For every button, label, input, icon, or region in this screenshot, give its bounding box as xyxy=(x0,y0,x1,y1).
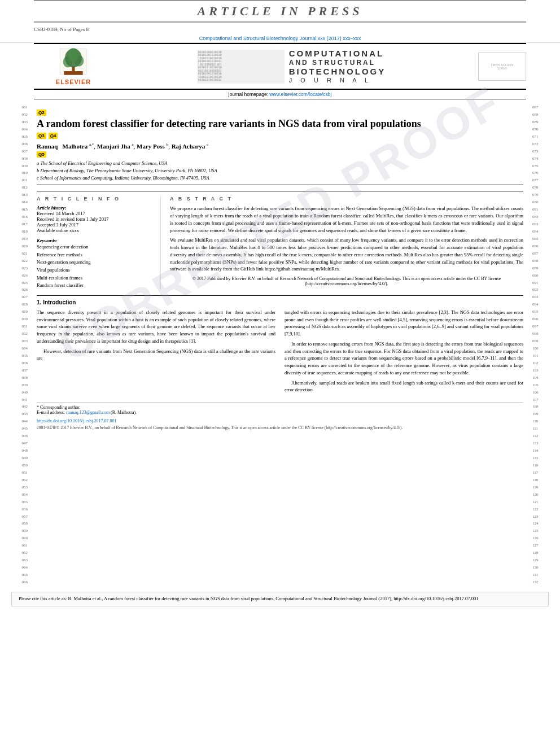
email-label: E-mail address: xyxy=(37,410,65,415)
author4: Raj Acharya xyxy=(172,143,205,150)
keyword-6: Random forest classifier xyxy=(37,282,154,290)
intro-para-1-2: However, detection of rare variants from… xyxy=(37,348,275,362)
copyright-footer: 2001-0370/© 2017 Elsevier B.V., on behal… xyxy=(37,425,523,431)
keyword-3: Next-generation sequencing xyxy=(37,259,154,267)
authors-line: Raunaq Malhotra a,*, Manjari Jha a, Mary… xyxy=(37,142,523,150)
journal-name-block: COMPUTATIONAL AND STRUCTURAL BIOTECHNOLO… xyxy=(289,49,386,85)
intro-body-col2: tangled with errors in sequencing techno… xyxy=(285,309,523,394)
author1-sup: a,* xyxy=(89,142,94,147)
abstract-text: We propose a random forest classifier fo… xyxy=(170,205,523,273)
journal-meta-line: Computational and Structural Biotechnolo… xyxy=(0,34,560,43)
journal-title-center: 0100100001001000101001010010110010100100… xyxy=(113,47,470,85)
journal-header: ELSEVIER 0100100001001000101001010010110… xyxy=(34,43,526,90)
journal-name-line3: BIOTECHNOLOGY xyxy=(289,67,386,77)
author3: Mary Poss xyxy=(137,143,165,150)
citation-box: Please cite this article as: R. Malhotra… xyxy=(11,592,549,606)
journal-name-big: COMPUTATIONAL AND STRUCTURAL BIOTECHNOLO… xyxy=(289,49,386,85)
affiliation-a: a The School of Electrical Engineering a… xyxy=(37,160,523,167)
intro-section-label: Introduction xyxy=(43,299,76,305)
svg-rect-6 xyxy=(64,71,82,75)
intro-para-2-1: tangled with errors in sequencing techno… xyxy=(285,309,523,338)
article-history-label: Article history: xyxy=(37,205,154,211)
homepage-label: journal homepage: xyxy=(229,91,268,97)
keyword-1: Sequencing error detection xyxy=(37,243,154,251)
author2-sup: a xyxy=(132,142,134,147)
article-info-abstract: A R T I C L E I N F O Article history: R… xyxy=(37,191,523,290)
homepage-bar: journal homepage: www.elsevier.com/locat… xyxy=(34,90,526,99)
footnote-area: * Corresponding author. E-mail address: … xyxy=(37,402,523,431)
article-info-col: A R T I C L E I N F O Article history: R… xyxy=(37,196,161,290)
intro-para-1-1: The sequence diversity present in a popu… xyxy=(37,309,275,345)
abstract-col: A B S T R A C T We propose a random fore… xyxy=(170,196,523,290)
doc-id: CSBJ-0189; No of Pages 8 xyxy=(0,24,560,34)
intro-col-2: tangled with errors in sequencing techno… xyxy=(285,309,523,396)
line-numbers-left: 001002 003004 005006 007008 009010 01101… xyxy=(0,99,31,586)
abstract-para-1: We propose a random forest classifier fo… xyxy=(170,205,523,234)
secondary-logo: OPEN ACCESSLOGO xyxy=(470,47,526,85)
q-marker-2: Q2 xyxy=(37,110,46,116)
received-revised-date: Received in revised form 1 July 2017 xyxy=(37,216,154,222)
email-line: E-mail address: raunaq.123@gmail.com (R.… xyxy=(37,410,523,415)
q-marker-4: Q4 xyxy=(49,133,58,139)
accepted-date: Accepted 3 July 2017 xyxy=(37,222,154,228)
abstract-para-2: We evaluate MultiRes on simulated and re… xyxy=(170,237,523,273)
line-numbers-right: 067068 069070 071072 073074 075076 07707… xyxy=(529,99,560,586)
intro-para-2-2: In order to remove sequencing errors fro… xyxy=(285,340,523,377)
elsevier-tree-icon xyxy=(59,47,88,78)
intro-body-col1: The sequence diversity present in a popu… xyxy=(37,309,275,362)
keyword-4: Viral populations xyxy=(37,267,154,274)
q-marker-5: Q5 xyxy=(37,151,46,158)
intro-two-col: The sequence diversity present in a popu… xyxy=(37,309,523,396)
elsevier-text: ELSEVIER xyxy=(56,78,91,85)
email-suffix: (R. Malhotra). xyxy=(111,410,137,415)
article-content: Q2 A random forest classifier for detect… xyxy=(31,99,529,586)
keyword-2: Reference free methods xyxy=(37,251,154,259)
affiliation-c: c School of Informatics and Computing, I… xyxy=(37,174,523,182)
article-in-press-banner: ARTICLE IN PRESS xyxy=(198,4,363,19)
keywords-list: Sequencing error detection Reference fre… xyxy=(37,243,154,290)
author2: Manjari Jha xyxy=(97,143,130,150)
homepage-url: www.elsevier.com/locate/csbj xyxy=(269,91,331,97)
available-date: Available online xxxx xyxy=(37,228,154,233)
article-info-header: A R T I C L E I N F O xyxy=(37,196,154,202)
article-title-section: Q2 A random forest classifier for detect… xyxy=(37,104,523,185)
main-content: 001002 003004 005006 007008 009010 01101… xyxy=(0,99,560,586)
received-date: Received 14 March 2017 xyxy=(37,211,154,216)
svg-point-5 xyxy=(68,48,79,61)
journal-name-line4: J O U R N A L xyxy=(289,77,386,84)
author3-sup: b xyxy=(167,142,169,147)
abstract-header: A B S T R A C T xyxy=(170,196,523,202)
keywords-label: Keywords: xyxy=(37,238,154,243)
email-value: raunaq.123@gmail.com xyxy=(66,410,110,415)
article-title: A random forest classifier for detecting… xyxy=(37,117,523,130)
affiliations: a The School of Electrical Engineering a… xyxy=(37,160,523,181)
elsevier-logo-block: ELSEVIER xyxy=(34,47,113,85)
q-marker-3: Q3 xyxy=(37,133,46,139)
intro-section: 1. Introduction The sequence diversity p… xyxy=(37,295,523,396)
author1-last: Malhotra xyxy=(63,143,88,150)
intro-section-title: 1. Introduction xyxy=(37,299,523,305)
journal-name-line2: AND STRUCTURAL xyxy=(289,59,386,67)
intro-col-1: The sequence diversity present in a popu… xyxy=(37,309,275,396)
author1-first: Raunaq xyxy=(37,143,58,150)
intro-para-2-3: Alternatively, sampled reads are broken … xyxy=(285,379,523,394)
author4-sup: c xyxy=(207,142,208,147)
affiliation-b: b Department of Biology, The Pennsylvani… xyxy=(37,167,523,174)
binary-pattern: 0100100001001000101001010010110010100100… xyxy=(197,50,285,84)
corresponding-label: * Corresponding author. xyxy=(37,405,523,410)
abstract-copyright: © 2017 Published by Elsevier B.V. on beh… xyxy=(170,276,523,286)
keyword-5: Multi-resolution frames xyxy=(37,274,154,282)
doi-line: http://dx.doi.org/10.1016/j.csbj.2017.07… xyxy=(37,418,523,423)
journal-name-line1: COMPUTATIONAL xyxy=(289,49,386,59)
intro-section-num: 1. xyxy=(37,299,41,305)
